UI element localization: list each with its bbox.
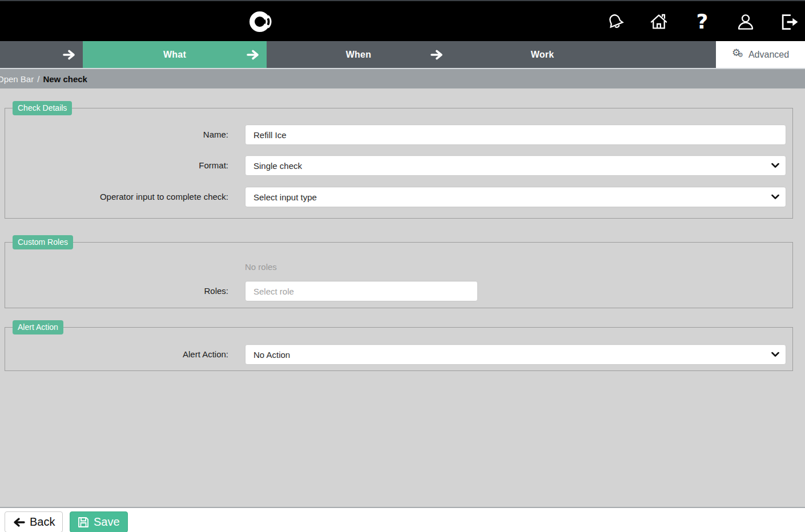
arrow-right-icon [247, 49, 260, 60]
footer-bar: Back Save [0, 507, 805, 532]
no-roles-text: No roles [245, 262, 277, 272]
app-logo-icon [247, 7, 277, 36]
operator-input-select[interactable]: Select input type [245, 187, 786, 207]
advanced-button[interactable]: ⚙⚙ Advanced [716, 41, 805, 68]
operator-input-label: Operator input to complete check: [5, 187, 228, 207]
format-select[interactable]: Single check [245, 155, 786, 176]
operator-input-row: Operator input to complete check: Select… [5, 187, 792, 207]
alert-action-label: Alert Action: [5, 344, 228, 365]
floppy-disk-icon [78, 517, 89, 528]
wizard-stepper: What When Work ⚙⚙ Advanced [0, 41, 805, 68]
help-button[interactable]: ? [693, 10, 712, 33]
check-details-section-title: Check Details [13, 101, 72, 115]
save-button[interactable]: Save [70, 511, 128, 532]
user-account-button[interactable] [736, 10, 755, 33]
roles-row: Roles: [5, 281, 792, 301]
custom-roles-section-title: Custom Roles [13, 235, 73, 249]
alert-action-section: Alert Action Alert Action: No Action [5, 327, 793, 371]
breadcrumb-current: New check [43, 74, 87, 84]
save-button-label: Save [94, 515, 120, 529]
step-what-label: What [163, 50, 186, 60]
step-when-label: When [346, 50, 371, 60]
arrow-right-icon [63, 49, 76, 60]
step-what[interactable]: What [83, 41, 267, 68]
page: ? What [0, 0, 805, 532]
logout-button[interactable] [779, 10, 799, 33]
alert-action-section-title: Alert Action [13, 320, 63, 334]
gears-icon: ⚙⚙ [732, 49, 744, 61]
back-button[interactable]: Back [5, 511, 63, 532]
step-previous[interactable] [0, 41, 83, 68]
custom-roles-section: Custom Roles No roles Roles: [5, 242, 793, 308]
home-icon [650, 13, 668, 31]
alert-action-select[interactable]: No Action [245, 344, 786, 365]
back-button-label: Back [30, 515, 55, 529]
home-button[interactable] [649, 10, 669, 33]
step-work[interactable]: Work [450, 41, 634, 68]
notifications-button[interactable] [606, 10, 625, 33]
advanced-button-label: Advanced [748, 50, 789, 60]
logout-icon [780, 13, 798, 31]
name-label: Name: [5, 124, 228, 145]
breadcrumb: Open Bar/New check [0, 68, 805, 88]
breadcrumb-parent[interactable]: Open Bar [0, 74, 34, 84]
user-icon [736, 13, 755, 31]
question-mark-icon: ? [697, 11, 709, 32]
format-row: Format: Single check [5, 155, 792, 176]
topbar-nav: ? [606, 1, 799, 42]
name-input[interactable] [245, 124, 786, 145]
roles-label: Roles: [5, 281, 228, 301]
format-label: Format: [5, 155, 228, 176]
step-work-label: Work [531, 50, 554, 60]
name-row: Name: [5, 124, 792, 145]
top-bar: ? [0, 0, 805, 41]
bell-icon [603, 10, 627, 34]
breadcrumb-separator: / [37, 74, 39, 84]
step-when[interactable]: When [267, 41, 450, 68]
roles-input[interactable] [245, 281, 478, 301]
arrow-right-icon [430, 49, 444, 60]
arrow-left-icon [13, 517, 25, 527]
alert-action-row: Alert Action: No Action [5, 344, 792, 365]
check-details-section: Check Details Name: Format: Single check… [5, 108, 793, 219]
app-logo-icon[interactable] [247, 7, 277, 36]
